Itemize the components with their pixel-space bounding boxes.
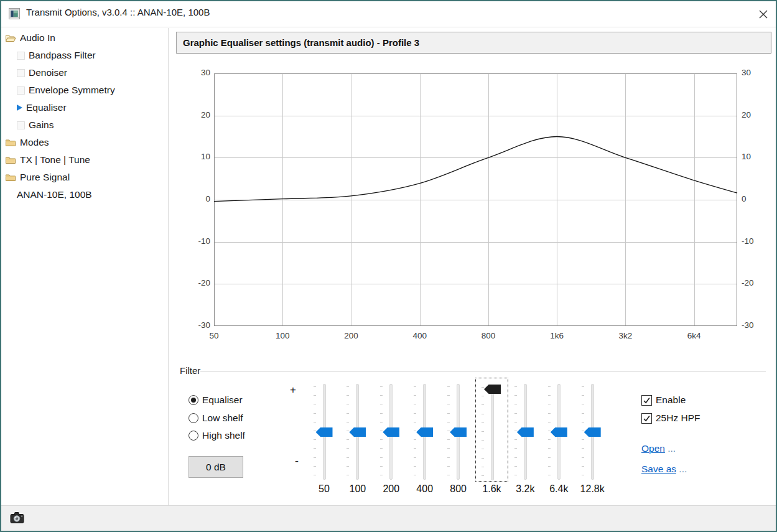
slider-thumb[interactable] (416, 427, 433, 437)
slider-tick (447, 475, 450, 475)
sidebar-item-label: Pure Signal (20, 172, 70, 183)
radio-option-low-shelf[interactable]: Low shelf (188, 412, 243, 424)
slider-frequency-label: 400 (406, 483, 444, 495)
slider-tick (447, 431, 450, 431)
slider-tick (447, 413, 450, 414)
slider-thumb[interactable] (551, 427, 567, 437)
eq-slider-6-4k[interactable] (542, 378, 575, 482)
zero-db-button[interactable]: 0 dB (188, 456, 243, 478)
slider-thumb[interactable] (349, 427, 366, 437)
sidebar-item-modes[interactable]: Modes (0, 134, 168, 151)
eq-slider-800[interactable] (442, 378, 475, 482)
checkbox-25hz-hpf[interactable]: 25Hz HPF (641, 413, 700, 424)
slider-tick (414, 386, 416, 387)
sidebar-item-tx-tone-tune[interactable]: TX | Tone | Tune (0, 151, 168, 169)
sidebar-item-anan-10e-100b[interactable]: ANAN-10E, 100B (0, 186, 168, 203)
slider-tick (514, 448, 517, 449)
sidebar-item-gains[interactable]: Gains (0, 116, 168, 134)
link-row-save-as: Save as ... (641, 464, 687, 476)
slider-tick (414, 395, 416, 396)
slider-tick (514, 395, 517, 396)
sidebar-item-label: ANAN-10E, 100B (17, 189, 92, 200)
slider-tick (414, 422, 416, 422)
radio-label: Low shelf (202, 413, 243, 424)
slider-tick (582, 457, 584, 458)
x-axis-tick: 6k4 (677, 331, 712, 340)
link-save-as[interactable]: Save as (641, 464, 676, 474)
eq-slider-50[interactable] (308, 378, 341, 482)
slider-tick (447, 466, 450, 467)
sidebar-item-label: Denoiser (29, 67, 67, 78)
slider-tick (582, 395, 584, 396)
radio-option-high-shelf[interactable]: High shelf (188, 429, 245, 442)
slider-tick (514, 475, 517, 475)
slider-tick (380, 448, 383, 449)
slider-thumb[interactable] (484, 385, 501, 394)
radio-option-equaliser[interactable]: Equaliser (188, 394, 243, 406)
sidebar-item-label: Modes (20, 137, 49, 148)
unchecked-box-icon (17, 121, 25, 129)
page-title: Graphic Equaliser settings (transmit aud… (183, 37, 419, 48)
sidebar-item-audio-in[interactable]: Audio In (0, 29, 168, 47)
slider-tick (582, 404, 584, 404)
x-axis-tick: 50 (197, 331, 231, 340)
sidebar-item-denoiser[interactable]: Denoiser (0, 64, 168, 82)
slider-tick (414, 475, 416, 475)
checkbox-enable[interactable]: Enable (641, 394, 686, 406)
radio-label: Equaliser (202, 394, 243, 406)
slider-tick (548, 466, 551, 467)
slider-thumb[interactable] (517, 427, 534, 437)
slider-tick (482, 422, 484, 423)
camera-icon[interactable] (10, 511, 25, 524)
slider-tick (482, 396, 484, 396)
slider-frequency-label: 12.8k (574, 483, 611, 495)
link-suffix: ... (665, 443, 676, 454)
slider-tick (414, 466, 416, 467)
y-axis-tick-right: -30 (742, 320, 768, 330)
slider-thumb[interactable] (450, 427, 467, 437)
slider-tick (314, 431, 316, 431)
slider-tick (548, 475, 551, 475)
sidebar-item-envelope-symmetry[interactable]: Envelope Symmetry (0, 82, 168, 99)
x-axis-tick: 800 (471, 331, 506, 340)
eq-slider-400[interactable] (408, 378, 441, 482)
slider-tick (447, 395, 450, 396)
slider-tick (447, 422, 450, 422)
sidebar-item-equaliser[interactable]: Equaliser (0, 99, 168, 116)
slider-tick (347, 475, 349, 475)
close-icon[interactable] (755, 6, 771, 22)
slider-frequency-label: 200 (373, 483, 410, 495)
unchecked-box-icon (17, 69, 25, 77)
eq-slider-100[interactable] (341, 378, 374, 482)
slider-tick (314, 422, 316, 422)
slider-frequency-label: 1.6k (473, 483, 511, 495)
slider-tick (347, 457, 349, 458)
slider-tick (414, 404, 416, 404)
eq-slider-3-2k[interactable] (509, 378, 542, 482)
sidebar-item-bandpass-filter[interactable]: Bandpass Filter (0, 47, 168, 64)
eq-slider-12-8k[interactable] (576, 378, 609, 482)
slider-tick (548, 431, 551, 431)
eq-slider-1-6k[interactable] (475, 378, 508, 482)
slider-tick (380, 466, 383, 467)
sidebar-item-pure-signal[interactable]: Pure Signal (0, 169, 168, 186)
slider-thumb[interactable] (584, 427, 601, 437)
eq-slider-200[interactable] (375, 378, 407, 482)
slider-thumb[interactable] (316, 427, 333, 437)
slider-tick (380, 457, 383, 458)
slider-track[interactable] (491, 385, 494, 480)
slider-tick (380, 422, 383, 422)
slider-frequency-label: 50 (305, 483, 343, 495)
slider-tick (582, 413, 584, 414)
slider-tick (314, 386, 316, 387)
link-open[interactable]: Open (641, 443, 665, 454)
slider-tick (482, 449, 484, 449)
slider-tick (380, 431, 383, 431)
slider-tick (548, 395, 551, 396)
slider-tick (314, 457, 316, 458)
slider-tick (548, 439, 551, 440)
slider-plus-label: + (287, 384, 299, 396)
x-axis-tick: 1k6 (539, 331, 574, 340)
slider-thumb[interactable] (383, 427, 399, 437)
slider-tick (482, 475, 484, 476)
